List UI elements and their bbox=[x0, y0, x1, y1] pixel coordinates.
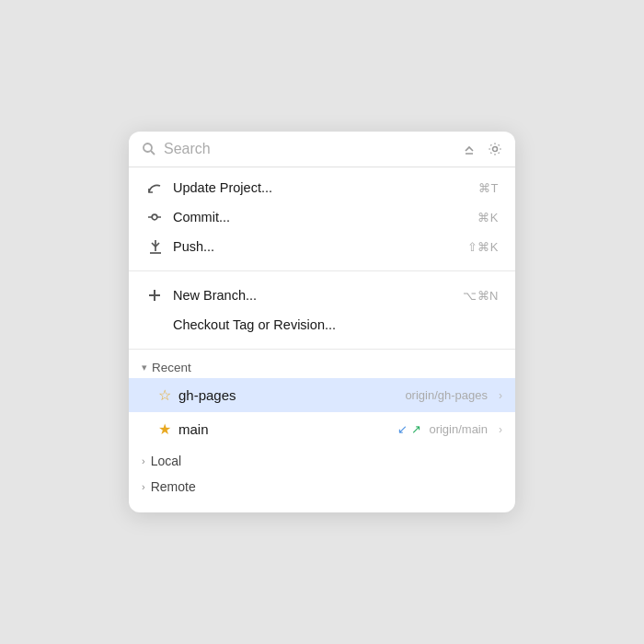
push-item[interactable]: Push... ⇧⌘K bbox=[129, 232, 515, 261]
main-panel: Search bbox=[129, 132, 515, 512]
update-icon bbox=[145, 180, 164, 195]
toolbar-icons bbox=[464, 142, 502, 156]
recent-label: Recent bbox=[152, 361, 191, 374]
new-branch-label: New Branch... bbox=[173, 288, 454, 303]
local-section-header[interactable]: › Local bbox=[129, 446, 515, 472]
search-icon bbox=[142, 142, 156, 156]
commit-shortcut: ⌘K bbox=[477, 211, 499, 224]
branch-gh-pages-name: gh-pages bbox=[178, 387, 397, 403]
git-actions-section: Update Project... ⌘T Commit... ⌘K bbox=[129, 167, 515, 267]
branch-actions-section: New Branch... ⌥⌘N Checkout Tag or Revisi… bbox=[129, 275, 515, 345]
branch-gh-pages-chevron: › bbox=[499, 389, 502, 402]
branch-item-main[interactable]: ★ main ↙ ↗ origin/main › bbox=[129, 412, 515, 446]
branch-main-origin: origin/main bbox=[429, 422, 488, 436]
plus-icon bbox=[145, 288, 164, 303]
commit-item[interactable]: Commit... ⌘K bbox=[129, 202, 515, 232]
svg-point-5 bbox=[152, 214, 157, 220]
commit-icon bbox=[145, 210, 164, 224]
remote-section-header[interactable]: › Remote bbox=[129, 472, 515, 498]
new-branch-shortcut: ⌥⌘N bbox=[463, 289, 499, 303]
svg-point-3 bbox=[493, 147, 498, 152]
star-filled-icon: ★ bbox=[158, 420, 171, 438]
push-label: Push... bbox=[173, 239, 458, 254]
branch-main-chevron: › bbox=[499, 423, 502, 436]
update-project-shortcut: ⌘T bbox=[478, 181, 499, 195]
push-icon bbox=[145, 239, 164, 254]
recent-chevron: ▾ bbox=[142, 362, 147, 374]
recent-section-header[interactable]: ▾ Recent bbox=[129, 353, 515, 378]
divider-2 bbox=[129, 349, 515, 350]
star-empty-icon: ☆ bbox=[158, 386, 171, 404]
divider-1 bbox=[129, 270, 515, 271]
arrow-up-icon: ↗ bbox=[411, 422, 421, 436]
new-branch-item[interactable]: New Branch... ⌥⌘N bbox=[129, 281, 515, 310]
checkout-tag-item[interactable]: Checkout Tag or Revision... bbox=[129, 310, 515, 339]
remote-label: Remote bbox=[151, 479, 196, 494]
branch-main-arrows: ↙ ↗ bbox=[397, 422, 421, 436]
collapse-icon[interactable] bbox=[464, 142, 478, 156]
update-project-label: Update Project... bbox=[173, 180, 469, 195]
branch-gh-pages-origin: origin/gh-pages bbox=[405, 388, 488, 402]
push-shortcut: ⇧⌘K bbox=[467, 240, 499, 254]
search-placeholder[interactable]: Search bbox=[164, 141, 456, 157]
svg-line-1 bbox=[151, 151, 155, 155]
checkout-tag-label: Checkout Tag or Revision... bbox=[173, 317, 499, 332]
commit-label: Commit... bbox=[173, 210, 468, 224]
svg-point-0 bbox=[144, 144, 152, 152]
search-bar: Search bbox=[129, 132, 515, 167]
gear-icon[interactable] bbox=[488, 142, 502, 156]
branch-item-gh-pages[interactable]: ☆ gh-pages origin/gh-pages › bbox=[129, 378, 515, 412]
local-chevron-icon: › bbox=[142, 455, 145, 466]
branch-main-name: main bbox=[178, 421, 390, 437]
remote-chevron-icon: › bbox=[142, 481, 145, 492]
update-project-item[interactable]: Update Project... ⌘T bbox=[129, 173, 515, 202]
local-label: Local bbox=[151, 454, 181, 468]
arrow-down-icon: ↙ bbox=[397, 422, 408, 436]
